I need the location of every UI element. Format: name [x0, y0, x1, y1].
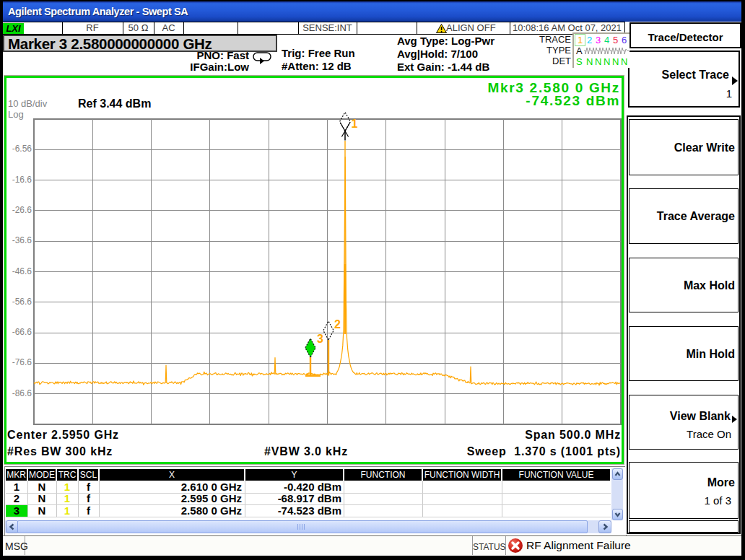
svg-text:2: 2 [334, 318, 341, 331]
svg-text:3: 3 [317, 333, 323, 345]
svg-text:1: 1 [352, 117, 358, 129]
